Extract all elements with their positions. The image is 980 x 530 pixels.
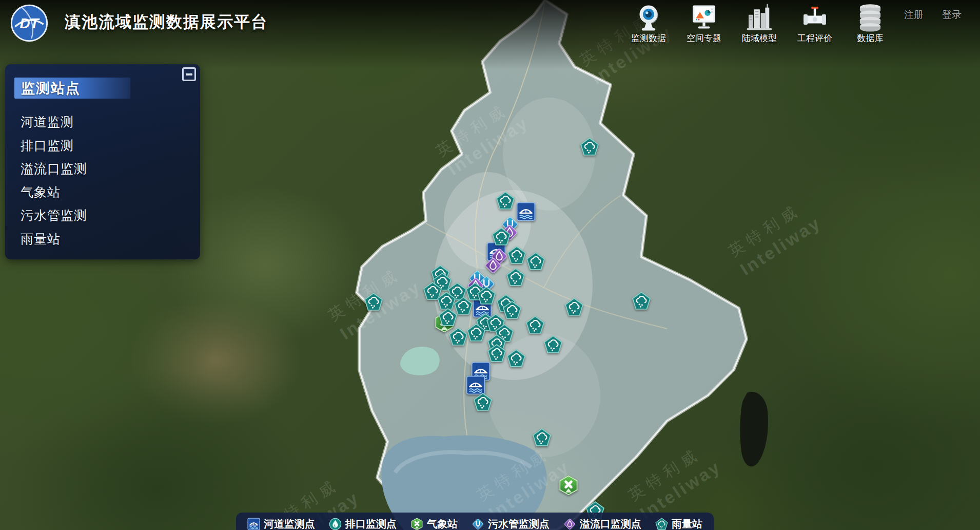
valve-icon (800, 3, 829, 32)
overflow-marker-icon (563, 518, 576, 530)
nav-item-monitor-data[interactable]: 监测数据 (629, 3, 669, 44)
nav-item-project-eval[interactable]: 工程评价 (795, 3, 835, 44)
legend-item-rain: 雨量站 (655, 517, 702, 530)
minus-icon (186, 73, 192, 75)
rain-marker[interactable] (487, 344, 506, 363)
bridge-marker-icon (247, 518, 260, 530)
rain-marker[interactable] (474, 393, 493, 412)
nav-label: 工程评价 (797, 32, 832, 44)
page-title: 滇池流域监测数据展示平台 (65, 11, 268, 33)
legend-label: 污水管监测点 (488, 517, 550, 530)
nav-label: 数据库 (857, 32, 884, 44)
rain-marker[interactable] (496, 192, 515, 211)
rain-marker[interactable] (565, 298, 584, 317)
rain-marker[interactable] (449, 328, 468, 347)
rain-marker[interactable] (507, 246, 526, 265)
sidebar-item[interactable]: 气象站 (21, 181, 191, 204)
outfall-marker-icon (329, 518, 342, 530)
rain-marker[interactable] (467, 324, 486, 343)
legend-label: 溢流口监测点 (580, 517, 641, 530)
legend-label: 河道监测点 (264, 517, 315, 530)
nav-item-spatial-theme[interactable]: 空间专题 (684, 3, 724, 44)
platform-logo-icon: DT (10, 4, 48, 42)
rain-marker[interactable] (526, 316, 545, 335)
top-nav: 监测数据空间专题陆域模型工程评价数据库 (629, 3, 890, 44)
sidebar-item[interactable]: 排口监测 (21, 134, 191, 158)
legend-item-sewer: 污水管监测点 (472, 517, 550, 530)
panel-collapse-button[interactable] (182, 67, 196, 81)
bridge-marker[interactable] (466, 375, 485, 395)
panel-header[interactable]: 监测站点 (14, 78, 130, 99)
legend-label: 雨量站 (672, 517, 702, 530)
rain-marker[interactable] (533, 428, 552, 447)
legend-bar: 河道监测点排口监测点气象站污水管监测点溢流口监测点雨量站 (236, 513, 714, 530)
sidebar-item[interactable]: 河道监测 (21, 110, 191, 134)
nav-label: 陆域模型 (742, 32, 777, 44)
sidebar-item[interactable]: 雨量站 (21, 228, 191, 251)
webcam-icon (634, 3, 663, 32)
sewer-marker-icon (472, 518, 484, 530)
sidebar-item[interactable]: 污水管监测 (21, 204, 191, 228)
rain-marker[interactable] (580, 138, 599, 157)
legend-label: 气象站 (427, 517, 458, 530)
database-icon (856, 3, 885, 32)
rain-marker[interactable] (503, 301, 522, 320)
screen-icon (690, 3, 718, 32)
rain-marker[interactable] (506, 268, 525, 287)
legend-item-weather: 气象站 (410, 517, 458, 530)
nav-item-database[interactable]: 数据库 (850, 3, 890, 44)
legend-label: 排口监测点 (345, 517, 397, 530)
legend-item-overflow: 溢流口监测点 (563, 517, 641, 530)
panel-title: 监测站点 (14, 79, 81, 98)
sidebar-item[interactable]: 溢流口监测 (21, 157, 191, 181)
sidebar-menu: 河道监测排口监测溢流口监测气象站污水管监测雨量站 (21, 110, 191, 251)
weather-marker[interactable] (558, 475, 579, 496)
rain-marker[interactable] (492, 228, 511, 247)
lake-east (740, 392, 768, 466)
rain-marker[interactable] (477, 287, 496, 306)
legend-item-bridge: 河道监测点 (247, 517, 315, 530)
weather-marker-icon (410, 518, 423, 530)
rain-marker[interactable] (526, 252, 545, 271)
nav-label: 空间专题 (687, 32, 721, 44)
rain-marker[interactable] (507, 349, 526, 368)
rain-marker[interactable] (632, 292, 651, 311)
monitoring-stations-panel: 监测站点 河道监测排口监测溢流口监测气象站污水管监测雨量站 (5, 64, 200, 259)
rain-marker[interactable] (439, 308, 458, 327)
buildings-icon (745, 3, 774, 32)
rain-marker[interactable] (544, 335, 563, 354)
app-window: 英特利威Inteliway英特利威Inteliway英特利威Inteliway英… (0, 0, 980, 530)
legend-item-outfall: 排口监测点 (329, 517, 397, 530)
register-link[interactable]: 注册 (904, 8, 924, 22)
nav-label: 监测数据 (631, 32, 666, 44)
rain-marker[interactable] (364, 293, 383, 312)
overflow-marker[interactable] (484, 256, 502, 275)
nav-item-land-model[interactable]: 陆域模型 (739, 3, 779, 44)
svg-text:DT: DT (20, 15, 40, 31)
rain-marker-icon (655, 518, 668, 530)
login-link[interactable]: 登录 (942, 8, 962, 22)
